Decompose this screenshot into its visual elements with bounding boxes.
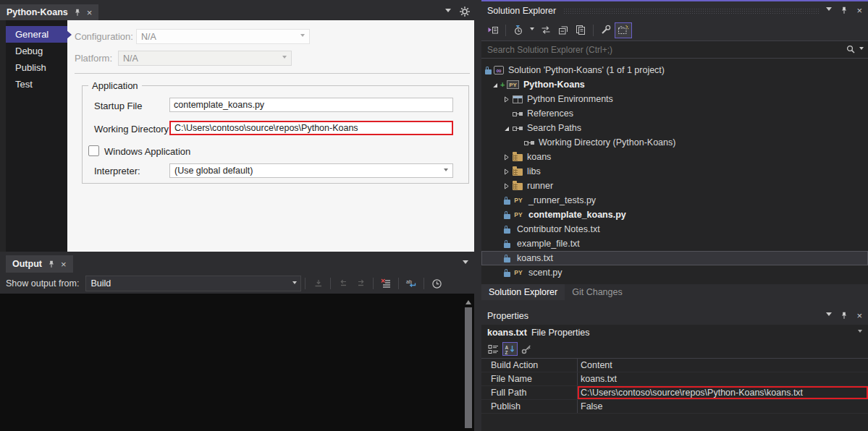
- expander-collapsed-icon[interactable]: [502, 96, 512, 103]
- tree-item-python-environments[interactable]: Python Environments: [481, 92, 868, 106]
- word-wrap-icon[interactable]: ab: [403, 276, 420, 291]
- nav-item-debug[interactable]: Debug: [6, 43, 67, 59]
- nav-item-general[interactable]: General: [6, 26, 67, 43]
- categorized-icon[interactable]: [486, 342, 501, 356]
- search-input[interactable]: [486, 44, 846, 56]
- property-value[interactable]: C:\Users\contoso\source\repos\Python-Koa…: [578, 386, 868, 399]
- property-value[interactable]: Content: [578, 359, 868, 372]
- output-scrollbar[interactable]: [463, 297, 473, 430]
- property-value[interactable]: koans.txt: [578, 372, 868, 385]
- tree-item-search-paths[interactable]: Search Paths: [481, 121, 868, 135]
- property-name[interactable]: Full Path: [481, 386, 578, 399]
- gear-icon[interactable]: [460, 7, 470, 17]
- tree-item-solution-python-koans-1-of-1-project[interactable]: ∞Solution 'Python-Koans' (1 of 1 project…: [481, 63, 868, 77]
- window-position-caret-icon[interactable]: [826, 7, 832, 14]
- collapse-all-icon[interactable]: [555, 22, 572, 38]
- expander-collapsed-icon[interactable]: [502, 183, 512, 189]
- nav-item-publish[interactable]: Publish: [6, 59, 67, 76]
- python-file-icon: PY: [513, 210, 524, 219]
- tree-item-contemplate-koans-py[interactable]: PYcontemplate_koans.py: [481, 208, 868, 222]
- chevron-down-icon: [292, 281, 297, 286]
- output-content[interactable]: [0, 294, 474, 431]
- tree-item-python-koans[interactable]: +PYPython-Koans: [481, 77, 868, 92]
- output-toolbar: Show output from: Build ab: [0, 273, 474, 294]
- configuration-label: Configuration:: [75, 31, 133, 42]
- solution-explorer-titlebar[interactable]: Solution Explorer ×: [481, 1, 868, 20]
- property-row-build-action[interactable]: Build ActionContent: [481, 359, 868, 372]
- expander-expanded-icon[interactable]: [490, 82, 500, 88]
- search-options-caret-icon[interactable]: [859, 47, 864, 52]
- properties-object-selector[interactable]: koans.txt File Properties: [481, 325, 868, 340]
- output-source-dropdown[interactable]: Build: [85, 276, 301, 291]
- expander-expanded-icon[interactable]: [502, 125, 512, 132]
- previous-message-icon[interactable]: [334, 276, 352, 291]
- tree-item-label: Python-Koans: [523, 80, 585, 90]
- tree-item-contributor-notes-txt[interactable]: Contributor Notes.txt: [481, 222, 868, 236]
- tree-item-libs[interactable]: libs: [481, 164, 868, 179]
- pending-changes-filter-icon[interactable]: [510, 22, 527, 38]
- windows-application-checkbox[interactable]: [88, 145, 99, 156]
- added-overlay-icon: +: [500, 80, 506, 89]
- property-row-publish[interactable]: PublishFalse: [481, 400, 868, 414]
- tree-item-example-file-txt[interactable]: example_file.txt: [481, 236, 868, 251]
- configuration-dropdown[interactable]: N/A: [136, 29, 310, 44]
- output-panel: Output × Show output from: Build ab: [0, 252, 474, 431]
- show-all-files-icon[interactable]: [615, 22, 632, 38]
- tree-item-label: libs: [527, 166, 541, 176]
- property-row-full-path[interactable]: Full PathC:\Users\contoso\source\repos\P…: [481, 386, 868, 400]
- output-scrollbar-thumb[interactable]: [465, 307, 472, 428]
- lock-icon: [504, 200, 510, 205]
- close-icon[interactable]: ×: [87, 8, 93, 17]
- scroll-up-arrow-icon[interactable]: [465, 297, 471, 304]
- properties-titlebar[interactable]: Properties ×: [481, 307, 868, 325]
- pin-icon[interactable]: [840, 312, 848, 320]
- document-well-dropdown-caret-icon[interactable]: [445, 9, 451, 15]
- clear-all-icon[interactable]: [377, 276, 395, 291]
- goto-message-icon[interactable]: [309, 276, 326, 291]
- document-tab-python-koans[interactable]: Python-Koans ×: [0, 4, 98, 20]
- tree-item-runner-tests-py[interactable]: PY_runner_tests.py: [481, 193, 868, 208]
- pin-icon[interactable]: [840, 7, 848, 14]
- property-pages-icon[interactable]: [519, 342, 534, 356]
- interpreter-dropdown[interactable]: (Use global default): [169, 163, 453, 178]
- property-name[interactable]: Build Action: [481, 359, 578, 372]
- tree-item-koans[interactable]: koans: [481, 150, 868, 164]
- panel-dropdown-caret-icon[interactable]: [463, 260, 468, 267]
- startup-file-input[interactable]: [169, 98, 453, 112]
- property-name[interactable]: File Name: [481, 372, 578, 385]
- platform-dropdown[interactable]: N/A: [118, 51, 292, 66]
- switch-views-icon[interactable]: [484, 22, 502, 38]
- alphabetical-icon[interactable]: AZ: [502, 342, 518, 356]
- bottom-tab-git-changes[interactable]: Git Changes: [565, 284, 629, 300]
- filter-dropdown-caret-icon[interactable]: [530, 27, 534, 33]
- tree-item-working-directory-python-koans[interactable]: Working Directory (Python-Koans): [481, 135, 868, 150]
- tree-item-koans-txt[interactable]: koans.txt: [481, 251, 868, 265]
- tree-item-references[interactable]: References: [481, 106, 868, 121]
- tree-item-scent-py[interactable]: PYscent.py: [481, 265, 868, 280]
- nav-item-test[interactable]: Test: [6, 76, 67, 93]
- tree-item-label: _runner_tests.py: [528, 195, 596, 205]
- working-directory-input[interactable]: [169, 121, 453, 135]
- window-position-caret-icon[interactable]: [826, 312, 832, 319]
- pin-icon[interactable]: [74, 9, 81, 17]
- property-value[interactable]: False: [578, 400, 868, 413]
- preview-selected-icon[interactable]: [572, 22, 589, 38]
- property-name[interactable]: Publish: [481, 400, 578, 413]
- close-icon[interactable]: ×: [61, 260, 67, 269]
- bottom-tab-solution-explorer[interactable]: Solution Explorer: [481, 284, 565, 300]
- search-icon[interactable]: [846, 45, 856, 54]
- svg-text:Z: Z: [505, 349, 508, 354]
- timestamp-clock-icon[interactable]: [428, 276, 445, 291]
- close-icon[interactable]: ×: [856, 6, 862, 15]
- expander-collapsed-icon[interactable]: [502, 168, 512, 175]
- tree-item-runner[interactable]: runner: [481, 179, 868, 193]
- next-message-icon[interactable]: [352, 276, 369, 291]
- expander-collapsed-icon[interactable]: [502, 154, 512, 161]
- output-tab[interactable]: Output ×: [6, 255, 73, 273]
- pin-icon[interactable]: [48, 260, 55, 268]
- property-row-file-name[interactable]: File Namekoans.txt: [481, 372, 868, 386]
- sync-with-active-document-icon[interactable]: [537, 22, 555, 38]
- properties-wrench-icon[interactable]: [597, 22, 615, 38]
- close-icon[interactable]: ×: [856, 311, 862, 320]
- solution-explorer-panel: Solution Explorer ×: [481, 0, 868, 302]
